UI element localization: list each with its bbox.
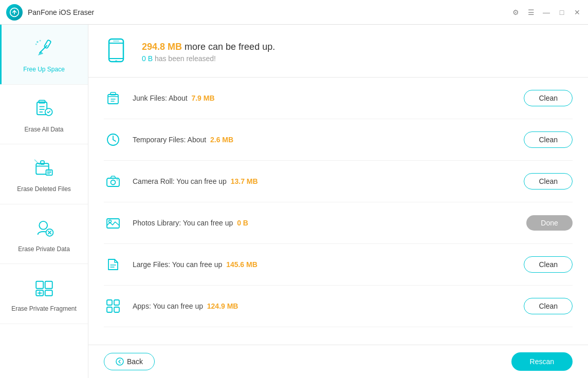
content-header: 294.8 MB more can be freed up. 0 B has b… — [88, 25, 588, 78]
sidebar-item-erase-deleted-files[interactable]: Erase Deleted Files — [0, 144, 88, 204]
camera-roll-label: Camera Roll: You can free up 13.7 MB — [133, 177, 513, 185]
erase-deleted-files-icon — [31, 155, 58, 181]
large-files-clean-button[interactable]: Clean — [524, 256, 573, 273]
temp-files-label: Temporary Files: About 2.6 MB — [133, 136, 513, 144]
app-logo — [6, 4, 23, 21]
sidebar-label-erase-deleted-files: Erase Deleted Files — [17, 185, 71, 194]
back-button[interactable]: Back — [104, 353, 155, 370]
svg-rect-15 — [36, 281, 43, 289]
svg-rect-25 — [113, 41, 119, 42]
svg-point-33 — [117, 179, 118, 181]
sidebar-label-free-up-space: Free Up Space — [23, 66, 65, 74]
text-released: has been released! — [155, 54, 216, 63]
svg-point-4 — [35, 44, 36, 45]
apps-label: Apps: You can free up 124.9 MB — [133, 302, 513, 310]
back-icon — [116, 357, 124, 366]
temp-files-action: Clean — [524, 131, 573, 148]
svg-rect-27 — [111, 92, 116, 95]
svg-rect-41 — [114, 307, 119, 312]
sidebar-item-erase-private-fragment[interactable]: Erase Private Fragment — [0, 264, 88, 324]
svg-point-35 — [109, 220, 112, 223]
sidebar-item-erase-private-data[interactable]: Erase Private Data — [0, 204, 88, 264]
sidebar-label-erase-private-data: Erase Private Data — [18, 245, 70, 254]
svg-rect-16 — [45, 281, 52, 289]
camera-roll-icon — [104, 172, 122, 191]
camera-roll-clean-button[interactable]: Clean — [524, 173, 573, 190]
maximize-icon[interactable]: □ — [557, 8, 566, 17]
svg-point-24 — [115, 60, 117, 62]
header-text: 294.8 MB more can be freed up. 0 B has b… — [142, 42, 275, 63]
item-row-apps: Apps: You can free up 124.9 MB Clean — [104, 286, 573, 327]
header-line1: 294.8 MB more can be freed up. — [142, 42, 275, 52]
content-footer: Back Rescan — [88, 345, 588, 378]
large-files-size: 145.6 MB — [226, 260, 258, 269]
large-files-label: Large Files: You can free up 145.6 MB — [133, 260, 513, 269]
text-freeable: more can be freed up. — [185, 42, 275, 52]
size-released: 0 B — [142, 54, 153, 63]
junk-files-clean-button[interactable]: Clean — [524, 90, 573, 106]
svg-point-32 — [111, 180, 116, 185]
erase-all-data-icon — [31, 95, 58, 122]
photos-library-size: 0 B — [237, 219, 248, 227]
app-title: PanFone iOS Eraser — [28, 8, 511, 16]
svg-point-42 — [116, 358, 123, 365]
phone-icon — [104, 37, 132, 67]
junk-files-action: Clean — [524, 90, 573, 106]
svg-point-3 — [39, 40, 41, 42]
camera-roll-action: Clean — [524, 173, 573, 190]
free-up-space-icon — [31, 35, 58, 62]
temp-files-clean-button[interactable]: Clean — [524, 131, 573, 148]
junk-files-icon — [104, 89, 122, 107]
minimize-icon[interactable]: — — [542, 8, 551, 17]
erase-private-fragment-icon — [31, 274, 58, 301]
photos-library-label: Photos Library: You can free up 0 B — [133, 219, 516, 227]
items-list: Junk Files: About 7.9 MB Clean Temporary… — [88, 78, 588, 345]
photos-library-done-button: Done — [526, 215, 573, 231]
temp-files-icon — [104, 130, 122, 149]
large-files-action: Clean — [524, 256, 573, 273]
rescan-button[interactable]: Rescan — [511, 352, 573, 371]
back-label: Back — [127, 357, 143, 366]
large-files-icon — [104, 255, 122, 274]
erase-private-data-icon — [31, 215, 58, 241]
photos-library-action: Done — [526, 215, 573, 231]
item-row-junk-files: Junk Files: About 7.9 MB Clean — [104, 78, 573, 119]
apps-clean-button[interactable]: Clean — [524, 298, 573, 314]
apps-action: Clean — [524, 298, 573, 314]
photos-library-icon — [104, 214, 122, 232]
svg-rect-39 — [114, 300, 119, 305]
sidebar-label-erase-private-fragment: Erase Private Fragment — [11, 305, 77, 313]
apps-icon — [104, 297, 122, 315]
main-layout: Free Up Space Erase All Data — [0, 25, 588, 378]
item-row-photos-library: Photos Library: You can free up 0 B Done — [104, 202, 573, 244]
settings-icon[interactable]: ⚙ — [511, 8, 520, 17]
menu-icon[interactable]: ☰ — [526, 8, 536, 17]
window-controls: ⚙ ☰ — □ ✕ — [511, 8, 582, 17]
temp-files-size: 2.6 MB — [210, 136, 233, 144]
sidebar-label-erase-all-data: Erase All Data — [24, 126, 63, 134]
close-icon[interactable]: ✕ — [573, 8, 582, 17]
svg-rect-38 — [107, 300, 112, 305]
sidebar-item-free-up-space[interactable]: Free Up Space — [0, 25, 88, 85]
header-line2: 0 B has been released! — [142, 54, 275, 63]
svg-rect-40 — [107, 307, 112, 312]
svg-rect-18 — [45, 291, 52, 296]
sidebar: Free Up Space Erase All Data — [0, 25, 88, 378]
content-area: 294.8 MB more can be freed up. 0 B has b… — [88, 25, 588, 378]
titlebar: PanFone iOS Eraser ⚙ ☰ — □ ✕ — [0, 0, 588, 25]
size-freeable: 294.8 MB — [142, 42, 182, 52]
item-row-temp-files: Temporary Files: About 2.6 MB Clean — [104, 119, 573, 161]
sidebar-item-erase-all-data[interactable]: Erase All Data — [0, 85, 88, 145]
junk-files-label: Junk Files: About 7.9 MB — [133, 94, 513, 102]
camera-roll-size: 13.7 MB — [231, 177, 258, 185]
junk-files-size: 7.9 MB — [191, 94, 214, 102]
svg-point-2 — [36, 41, 39, 43]
svg-point-11 — [39, 221, 47, 230]
item-row-large-files: Large Files: You can free up 145.6 MB Cl… — [104, 244, 573, 286]
apps-size: 124.9 MB — [207, 302, 238, 310]
item-row-camera-roll: Camera Roll: You can free up 13.7 MB Cle… — [104, 161, 573, 202]
